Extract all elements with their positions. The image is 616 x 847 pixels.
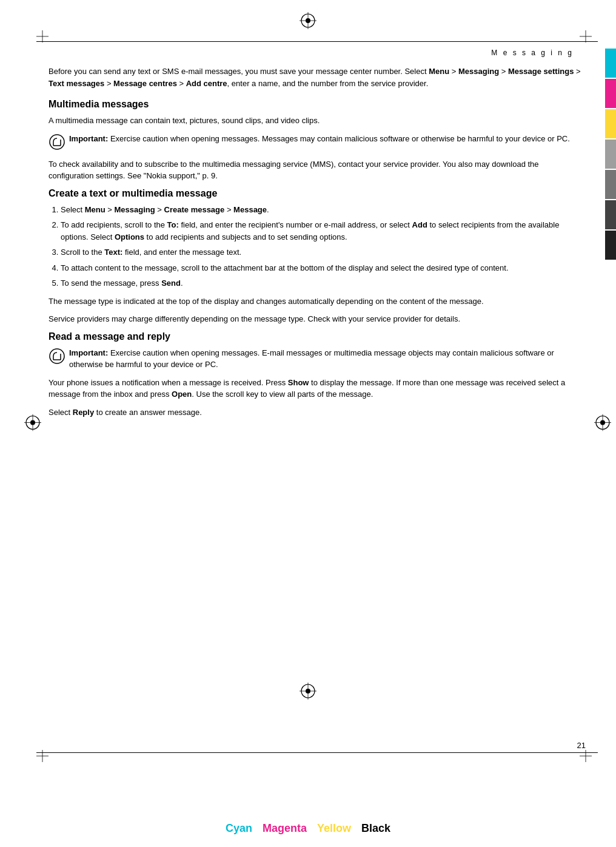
tab-gray3: [605, 200, 616, 229]
cmyk-separator2: [310, 822, 313, 835]
hr-bottom: [36, 752, 598, 753]
multimedia-intro: A multimedia message can contain text, p…: [49, 115, 586, 127]
color-tabs: [605, 49, 616, 260]
page-title: M e s s a g i n g: [491, 49, 574, 57]
intro-paragraph: Before you can send any text or SMS e-ma…: [49, 66, 586, 89]
important-icon-2: [49, 348, 65, 366]
tab-gray1: [605, 140, 616, 169]
svg-point-24: [50, 135, 64, 149]
service-provider-note: Service providers may charge differently…: [49, 313, 586, 325]
tab-magenta: [605, 79, 616, 108]
corner-tr: [580, 30, 598, 49]
main-content: M e s s a g i n g Before you can send an…: [49, 49, 586, 750]
create-steps-list: Select Menu > Messaging > Create message…: [61, 204, 586, 289]
corner-bl: [36, 750, 55, 768]
reg-mark-right: [594, 414, 611, 433]
cmyk-separator3: [355, 822, 358, 835]
multimedia-mms-note: To check availability and to subscribe t…: [49, 158, 586, 182]
notification-para: Your phone issues a notification when a …: [49, 377, 586, 400]
svg-point-28: [50, 349, 64, 363]
svg-point-3: [306, 18, 310, 23]
corner-br: [580, 750, 598, 768]
important-block-2: Important: Exercise caution when opening…: [49, 347, 586, 371]
svg-point-7: [30, 420, 35, 425]
important-icon-1: [49, 133, 65, 152]
tab-black: [605, 231, 616, 260]
reg-mark-top: [300, 12, 316, 31]
step-2: To add recipients, scroll to the To: fie…: [61, 219, 586, 243]
page-number: 21: [577, 741, 586, 750]
corner-tl: [36, 30, 55, 49]
tab-cyan: [605, 49, 616, 78]
page: M e s s a g i n g Before you can send an…: [0, 0, 616, 847]
hr-top: [36, 41, 598, 42]
cmyk-magenta-label: Magenta: [263, 822, 307, 835]
step-5: To send the message, press Send.: [61, 277, 586, 289]
reply-para: Select Reply to create an answer message…: [49, 407, 586, 419]
step-3: Scroll to the Text: field, and enter the…: [61, 246, 586, 258]
important-text-2: Important: Exercise caution when opening…: [69, 347, 586, 371]
tab-yellow: [605, 109, 616, 138]
cmyk-separator1: [256, 822, 259, 835]
page-header: M e s s a g i n g: [49, 49, 586, 57]
svg-point-11: [600, 420, 605, 425]
step-1: Select Menu > Messaging > Create message…: [61, 204, 586, 216]
cmyk-black-label: Black: [361, 822, 390, 835]
reg-mark-left: [24, 414, 41, 433]
cmyk-yellow-label: Yellow: [317, 822, 351, 835]
section-heading-create: Create a text or multimedia message: [49, 188, 586, 199]
step-4: To attach content to the message, scroll…: [61, 262, 586, 274]
important-block-1: Important: Exercise caution when opening…: [49, 133, 586, 152]
important-text-1: Important: Exercise caution when opening…: [69, 133, 570, 145]
section-heading-read: Read a message and reply: [49, 331, 586, 342]
section-heading-multimedia: Multimedia messages: [49, 99, 586, 110]
tab-gray2: [605, 170, 616, 199]
cmyk-bar: Cyan Magenta Yellow Black: [0, 822, 616, 835]
message-type-note: The message type is indicated at the top…: [49, 295, 586, 308]
cmyk-cyan-label: Cyan: [226, 822, 252, 835]
